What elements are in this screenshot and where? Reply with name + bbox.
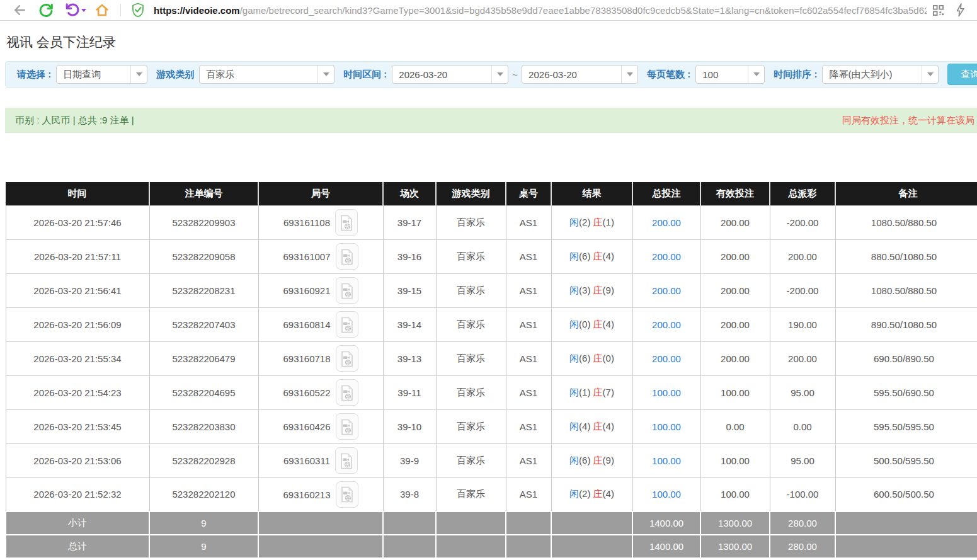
video-replay-button[interactable] [335,209,358,236]
total-bet-link[interactable]: 200.00 [652,217,681,228]
summary-total-bet-cell: 1400.00 [632,511,700,535]
table-row: 2026-03-20 21:57:46523282209903693161108… [6,205,977,239]
summary-payout-cell: 280.00 [770,535,835,558]
page-size-value: 100 [696,69,724,80]
lightning-icon[interactable] [956,3,965,17]
video-file-icon [341,351,353,367]
search-button[interactable]: 查询 [947,64,977,85]
total-bet-cell: 100.00 [632,477,700,511]
result-cell: 闲(2) 庄(4) [551,477,632,511]
player-result-label: 闲 [569,488,579,499]
date-to-picker[interactable]: 2026-03-20 [522,65,638,84]
session-cell: 39-17 [383,205,436,239]
column-header: 注单编号 [149,182,258,205]
summary-empty-cell [506,535,551,558]
note-cell: 1080.50/880.50 [835,205,977,239]
column-header: 有效投注 [700,182,770,205]
total-bet-link[interactable]: 200.00 [652,319,681,330]
address-bar[interactable]: https://videoie.com/game/betrecord_searc… [154,5,927,16]
player-result-score: (4) [579,421,593,431]
round-id: 693160311 [283,455,330,466]
query-type-value: 日期查询 [57,69,107,81]
time-cell: 2026-03-20 21:57:11 [6,239,149,273]
undo-dropdown-caret-icon[interactable] [81,9,86,12]
qr-code-icon[interactable] [932,4,944,16]
summary-empty-cell [835,535,977,558]
undo-icon[interactable] [65,3,86,18]
table-summary: 小计91400.001300.00280.00总计91400.001300.00… [6,511,977,558]
column-header: 总投注 [632,182,700,205]
total-bet-link[interactable]: 200.00 [652,251,681,262]
session-cell: 39-8 [383,477,436,511]
video-replay-button[interactable] [335,447,358,474]
round-id: 693160718 [283,353,330,364]
player-result-label: 闲 [569,387,579,397]
refresh-icon[interactable] [38,3,54,18]
payout-cell: 95.00 [770,375,835,409]
valid-bet-cell: 0.00 [700,409,770,443]
result-cell: 闲(1) 庄(7) [551,375,632,409]
total-bet-link[interactable]: 100.00 [652,455,681,466]
payout-cell: 200.00 [770,341,835,375]
column-header: 桌号 [506,182,551,205]
table-no-cell: AS1 [506,273,551,307]
banker-result-label: 庄 [593,217,603,227]
sort-select[interactable]: 降幂(由大到小) [822,65,939,84]
column-header: 备注 [835,182,977,205]
total-bet-link[interactable]: 100.00 [652,387,681,398]
banker-result-score: (4) [603,251,614,261]
payout-cell: 190.00 [770,307,835,341]
video-replay-button[interactable] [336,413,358,440]
video-file-icon [341,283,353,299]
game-type-select[interactable]: 百家乐 [199,65,334,84]
date-from-picker[interactable]: 2026-03-20 [392,65,508,84]
note-cell: 880.50/1080.50 [835,239,977,273]
total-bet-link[interactable]: 200.00 [652,285,681,296]
chevron-down-icon [130,66,147,83]
bet-id-cell: 523282204695 [149,375,258,409]
video-replay-button[interactable] [336,481,358,508]
summary-empty-cell [551,535,632,558]
summary-count-cell: 9 [149,511,258,535]
table-no-cell: AS1 [506,205,551,239]
time-cell: 2026-03-20 21:53:45 [6,409,149,443]
table-row: 2026-03-20 21:53:45523282203830693160426… [6,409,977,443]
home-icon[interactable] [94,3,110,18]
back-icon[interactable] [12,3,27,18]
banker-result-score: (1) [603,217,614,227]
bet-id-cell: 523282203830 [149,409,258,443]
table-no-cell: AS1 [506,307,551,341]
summary-valid-bet-cell: 1300.00 [700,511,770,535]
total-bet-link[interactable]: 200.00 [652,353,681,364]
valid-bet-cell: 100.00 [700,477,770,511]
page-size-select[interactable]: 100 [695,65,765,84]
banker-result-score: (4) [603,421,614,431]
table-header-row: 时间注单编号局号场次游戏类别桌号结果总投注有效投注总派彩备注 [6,182,977,205]
time-cell: 2026-03-20 21:56:09 [6,307,149,341]
session-cell: 39-13 [383,341,436,375]
table-row: 2026-03-20 21:52:32523282202120693160213… [6,477,977,511]
video-replay-button[interactable] [336,277,358,304]
game-type-cell: 百家乐 [436,341,506,375]
page-size-label: 每页笔数 : [647,69,690,81]
video-replay-button[interactable] [336,345,358,372]
game-type-cell: 百家乐 [436,443,506,477]
video-replay-button[interactable] [336,379,358,406]
total-bet-link[interactable]: 100.00 [652,489,681,500]
summary-empty-cell [436,511,506,535]
chevron-down-icon [922,66,938,83]
game-type-value: 百家乐 [200,69,241,81]
summary-count-cell: 9 [149,535,258,558]
video-replay-button[interactable] [336,311,358,338]
banker-result-label: 庄 [593,387,603,397]
total-bet-link[interactable]: 100.00 [652,421,681,432]
result-cell: 闲(6) 庄(0) [551,341,632,375]
query-type-select[interactable]: 日期查询 [56,65,147,84]
total-row: 总计91400.001300.00280.00 [6,535,977,558]
banker-result-label: 庄 [593,421,603,431]
time-cell: 2026-03-20 21:57:46 [6,205,149,239]
note-cell: 1080.50/880.50 [835,273,977,307]
round-cell: 693160426 [258,409,383,443]
video-replay-button[interactable] [336,243,358,270]
total-bet-cell: 100.00 [632,443,700,477]
